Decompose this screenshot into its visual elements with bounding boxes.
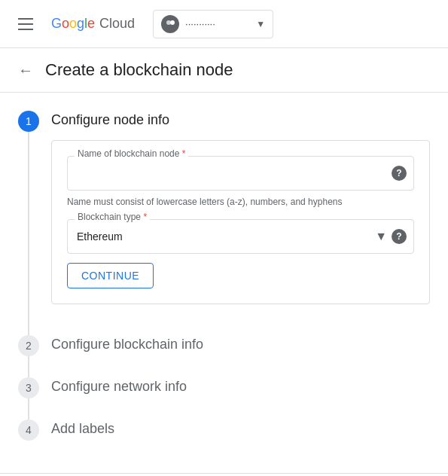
blockchain-required-star: * bbox=[143, 212, 147, 222]
step-1-title: Configure node info bbox=[51, 111, 430, 128]
node-name-help-button[interactable]: ? bbox=[392, 166, 407, 181]
node-name-hint: Name must consist of lowercase letters (… bbox=[67, 197, 414, 207]
step-1-connector: 1 bbox=[18, 111, 39, 335]
node-name-label: Name of blockchain node * bbox=[75, 148, 188, 159]
main-content: 1 Configure node info Name of blockchain… bbox=[0, 93, 448, 461]
blockchain-type-help-button[interactable]: ? bbox=[392, 229, 407, 244]
footer: CREATE CANCEL bbox=[0, 473, 448, 476]
project-name: ··········· bbox=[185, 18, 250, 29]
step-2-row: 2 Configure blockchain info bbox=[18, 335, 430, 377]
blockchain-type-wrapper: Ethereum Bitcoin Solana ▼ ? bbox=[67, 219, 414, 254]
page-title: Create a blockchain node bbox=[45, 60, 233, 80]
steps-container: 1 Configure node info Name of blockchain… bbox=[18, 111, 430, 461]
step-4-title: Add labels bbox=[51, 420, 430, 437]
step-3-content: Configure network info bbox=[51, 377, 430, 420]
chevron-down-icon: ▼ bbox=[256, 19, 265, 29]
top-navigation: Google Cloud ··········· ▼ bbox=[0, 0, 448, 48]
blockchain-type-group: Blockchain type * Ethereum Bitcoin Solan… bbox=[67, 219, 414, 254]
step-3-connector: 3 bbox=[18, 377, 39, 420]
step-1-form: Name of blockchain node * ? Name must co… bbox=[51, 140, 430, 304]
cloud-label: Cloud bbox=[99, 16, 135, 32]
required-star: * bbox=[182, 148, 186, 159]
menu-button[interactable] bbox=[12, 12, 39, 36]
node-name-group: Name of blockchain node * ? bbox=[67, 156, 414, 191]
step-2-connector: 2 bbox=[18, 335, 39, 377]
step-4-connector: 4 bbox=[18, 420, 39, 461]
blockchain-type-label: Blockchain type * bbox=[75, 212, 150, 222]
step-3-number: 3 bbox=[18, 377, 39, 398]
step-2-title: Configure blockchain info bbox=[51, 335, 430, 352]
blockchain-type-select[interactable]: Ethereum Bitcoin Solana bbox=[67, 219, 414, 254]
node-name-input[interactable] bbox=[67, 156, 414, 191]
page-header: ← Create a blockchain node bbox=[0, 48, 448, 93]
step-3-row: 3 Configure network info bbox=[18, 377, 430, 420]
step-3-line bbox=[28, 398, 29, 420]
project-selector[interactable]: ··········· ▼ bbox=[153, 10, 273, 38]
step-2-number: 2 bbox=[18, 335, 39, 356]
step-4-row: 4 Add labels bbox=[18, 420, 430, 461]
step-4-content: Add labels bbox=[51, 420, 430, 461]
step-1-row: 1 Configure node info Name of blockchain… bbox=[18, 111, 430, 335]
continue-button[interactable]: CONTINUE bbox=[67, 263, 154, 288]
step-2-line bbox=[28, 356, 29, 377]
project-avatar bbox=[161, 15, 179, 33]
step-1-number: 1 bbox=[18, 111, 39, 132]
step-1-line bbox=[28, 132, 29, 335]
google-cloud-logo: Google Cloud bbox=[51, 16, 135, 32]
step-1-content: Configure node info Name of blockchain n… bbox=[51, 111, 430, 335]
step-4-number: 4 bbox=[18, 420, 39, 441]
step-3-title: Configure network info bbox=[51, 377, 430, 395]
back-button[interactable]: ← bbox=[18, 62, 33, 79]
svg-point-1 bbox=[170, 20, 175, 25]
step-2-content: Configure blockchain info bbox=[51, 335, 430, 377]
logo-wordmark: Google bbox=[51, 16, 95, 32]
